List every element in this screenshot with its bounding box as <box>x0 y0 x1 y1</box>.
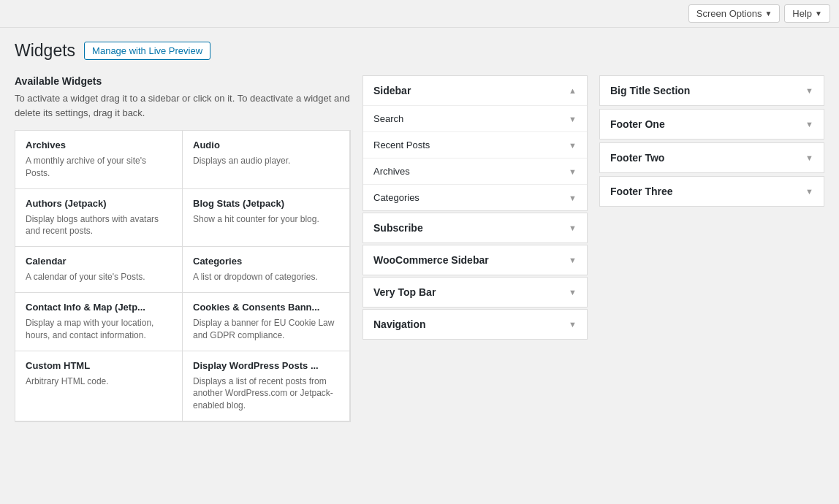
widget-item-desc: A list or dropdown of categories. <box>193 271 339 283</box>
right-panel-section-header[interactable]: Big Title Section ▼ <box>600 76 824 105</box>
page-header: Widgets Manage with Live Preview <box>15 41 824 61</box>
help-button[interactable]: Help ▼ <box>784 4 830 23</box>
sidebar-extra-chevron-icon: ▼ <box>569 288 577 297</box>
top-bar: Screen Options ▼ Help ▼ <box>0 0 839 28</box>
sidebar-extra-section-header[interactable]: Navigation ▼ <box>363 310 587 339</box>
widget-item-desc: Displays an audio player. <box>193 155 339 167</box>
sidebar-panel: Sidebar ▲ Search ▼ Recent Posts ▼ Archiv… <box>362 75 588 340</box>
sidebar-widget-chevron-icon: ▼ <box>569 141 577 150</box>
right-panel-chevron-icon: ▼ <box>805 120 813 129</box>
sidebar-chevron-icon: ▲ <box>569 86 577 95</box>
page-wrapper: Widgets Manage with Live Preview Availab… <box>0 28 839 435</box>
widget-item-desc: Display a banner for EU Cookie Law and G… <box>193 317 339 342</box>
widget-item-desc: Display blogs authors with avatars and r… <box>26 213 172 238</box>
sidebar-extra-chevron-icon: ▼ <box>569 320 577 329</box>
sidebar-extra-sections: Subscribe ▼ WooCommerce Sidebar ▼ Very T… <box>362 213 588 340</box>
widget-item-title: Archives <box>26 140 172 150</box>
widget-item-title: Authors (Jetpack) <box>26 198 172 209</box>
available-widgets-description: To activate a widget drag it to a sideba… <box>15 91 351 120</box>
widget-item-desc: Arbitrary HTML code. <box>26 375 172 388</box>
right-panel-section-title: Big Title Section <box>610 85 690 96</box>
sidebar-widget-label: Archives <box>373 166 410 177</box>
widget-item-title: Calendar <box>26 256 172 267</box>
sidebar-extra-chevron-icon: ▼ <box>569 256 577 264</box>
sidebar-widget-label: Categories <box>373 192 420 203</box>
right-panel-section-title: Footer Three <box>610 186 673 197</box>
right-panel-chevron-icon: ▼ <box>805 187 813 196</box>
right-panel-chevron-icon: ▼ <box>805 86 813 95</box>
sidebar-extra-section-title: Very Top Bar <box>373 286 436 298</box>
sidebar-extra-section-title: Subscribe <box>373 222 423 234</box>
sidebar-widget-row[interactable]: Search ▼ <box>363 106 587 132</box>
widget-item-title: Audio <box>193 140 339 150</box>
widget-item-title: Contact Info & Map (Jetp... <box>26 302 172 313</box>
sidebar-section-title: Sidebar <box>373 85 411 96</box>
sidebar-widget-chevron-icon: ▼ <box>569 115 577 123</box>
widget-item[interactable]: Cookies & Consents Bann... Display a ban… <box>182 292 350 351</box>
widget-item[interactable]: Archives A monthly archive of your site'… <box>15 130 183 189</box>
screen-options-button[interactable]: Screen Options ▼ <box>688 4 781 23</box>
right-panel-section-title: Footer One <box>610 118 665 130</box>
right-panel-section: Footer One ▼ <box>599 109 824 140</box>
screen-options-label: Screen Options <box>696 8 762 19</box>
sidebar-extra-section: Very Top Bar ▼ <box>362 277 588 308</box>
help-label: Help <box>792 8 812 19</box>
right-panel-section-header[interactable]: Footer Two ▼ <box>600 143 824 172</box>
right-panel-section-header[interactable]: Footer One ▼ <box>600 110 824 139</box>
sidebar-extra-section-header[interactable]: Very Top Bar ▼ <box>363 278 587 307</box>
right-panel-section-header[interactable]: Footer Three ▼ <box>600 177 824 206</box>
widget-item-desc: Display a map with your location, hours,… <box>26 317 172 342</box>
widget-item[interactable]: Blog Stats (Jetpack) Show a hit counter … <box>182 188 350 248</box>
widget-item[interactable]: Audio Displays an audio player. <box>182 130 350 189</box>
right-panel-section: Footer Two ▼ <box>599 142 824 173</box>
widget-item-desc: A monthly archive of your site's Posts. <box>26 155 172 180</box>
sidebar-widget-row[interactable]: Categories ▼ <box>363 185 587 210</box>
widget-item-title: Cookies & Consents Bann... <box>193 302 339 313</box>
right-panel-section: Big Title Section ▼ <box>599 75 824 106</box>
available-widgets-panel: Available Widgets To activate a widget d… <box>15 75 351 422</box>
widget-item-title: Categories <box>193 256 339 267</box>
sidebar-widget-label: Recent Posts <box>373 140 430 150</box>
sidebar-section-content: Search ▼ Recent Posts ▼ Archives ▼ Categ… <box>363 105 587 210</box>
sidebar-widget-chevron-icon: ▼ <box>569 194 577 202</box>
widget-grid: Archives A monthly archive of your site'… <box>15 130 351 422</box>
sidebar-extra-section-title: WooCommerce Sidebar <box>373 254 489 266</box>
available-widgets-heading: Available Widgets <box>15 75 351 87</box>
sidebar-extra-section: Navigation ▼ <box>362 309 588 340</box>
widget-item-title: Custom HTML <box>26 360 172 371</box>
widget-item-desc: Show a hit counter for your blog. <box>193 213 339 226</box>
sidebar-extra-section: WooCommerce Sidebar ▼ <box>362 245 588 275</box>
widget-item-desc: Displays a list of recent posts from ano… <box>193 375 339 412</box>
screen-options-chevron-icon: ▼ <box>764 9 772 18</box>
sidebar-extra-section: Subscribe ▼ <box>362 213 588 243</box>
right-panel: Big Title Section ▼ Footer One ▼ Footer … <box>599 75 824 207</box>
widget-item[interactable]: Calendar A calendar of your site's Posts… <box>15 246 183 293</box>
sidebar-extra-chevron-icon: ▼ <box>569 224 577 232</box>
sidebar-widget-label: Search <box>373 113 403 124</box>
main-content: Available Widgets To activate a widget d… <box>15 75 824 422</box>
sidebar-extra-section-header[interactable]: Subscribe ▼ <box>363 213 587 243</box>
help-chevron-icon: ▼ <box>815 9 822 18</box>
sidebar-widget-chevron-icon: ▼ <box>569 167 577 176</box>
sidebar-section-header[interactable]: Sidebar ▲ <box>363 76 587 105</box>
widget-item[interactable]: Contact Info & Map (Jetp... Display a ma… <box>15 292 183 351</box>
right-panel-chevron-icon: ▼ <box>805 153 813 162</box>
sidebar-section: Sidebar ▲ Search ▼ Recent Posts ▼ Archiv… <box>362 75 588 211</box>
sidebar-extra-section-header[interactable]: WooCommerce Sidebar ▼ <box>363 245 587 275</box>
widget-item[interactable]: Custom HTML Arbitrary HTML code. <box>15 351 183 421</box>
sidebar-widget-row[interactable]: Recent Posts ▼ <box>363 132 587 159</box>
manage-live-preview-button[interactable]: Manage with Live Preview <box>84 42 210 60</box>
widget-item-desc: A calendar of your site's Posts. <box>26 271 172 283</box>
widget-item[interactable]: Authors (Jetpack) Display blogs authors … <box>15 188 183 248</box>
widget-item[interactable]: Categories A list or dropdown of categor… <box>182 246 350 293</box>
sidebar-widget-row[interactable]: Archives ▼ <box>363 159 587 185</box>
page-title: Widgets <box>15 41 75 61</box>
widget-item[interactable]: Display WordPress Posts ... Displays a l… <box>182 351 350 421</box>
sidebar-extra-section-title: Navigation <box>373 318 426 330</box>
right-panel-section: Footer Three ▼ <box>599 176 824 207</box>
right-panel-section-title: Footer Two <box>610 152 664 164</box>
widget-item-title: Blog Stats (Jetpack) <box>193 198 339 209</box>
widget-item-title: Display WordPress Posts ... <box>193 360 339 371</box>
